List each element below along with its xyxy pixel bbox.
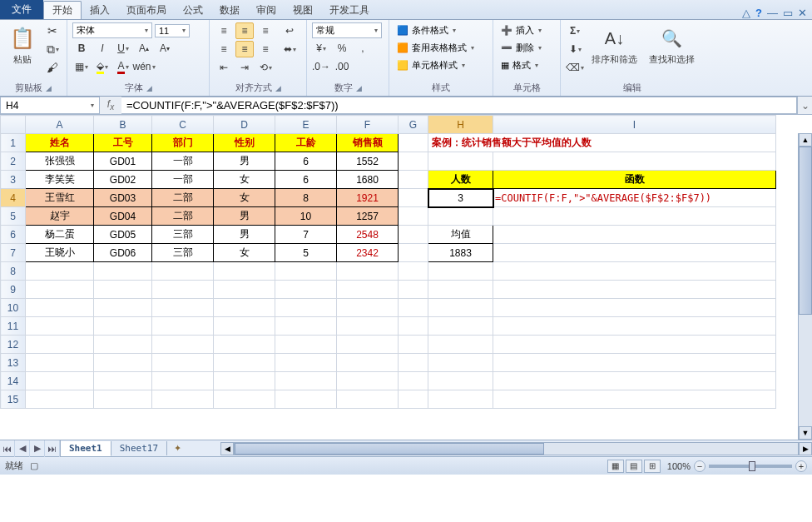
cell[interactable]: 三部 [152, 244, 214, 262]
increase-indent-button[interactable]: ⇥ [235, 59, 254, 76]
cell[interactable] [275, 336, 337, 354]
fx-button[interactable]: fx [103, 98, 118, 112]
window-minimize-icon[interactable]: — [767, 7, 778, 19]
align-top-button[interactable]: ≡ [215, 22, 233, 39]
cell[interactable] [26, 299, 94, 317]
cell[interactable] [94, 299, 152, 317]
cell[interactable] [275, 354, 337, 372]
increase-decimal-button[interactable]: .0→ [312, 58, 330, 75]
cell[interactable]: 性别 [214, 134, 275, 152]
window-restore-icon[interactable]: ▭ [783, 7, 793, 19]
cell[interactable] [428, 317, 493, 336]
cell[interactable]: 函数 [493, 171, 776, 189]
select-all[interactable] [1, 116, 26, 134]
sheet-tab-2[interactable]: Sheet17 [111, 441, 167, 455]
cell[interactable] [275, 372, 337, 390]
cell[interactable] [26, 317, 94, 336]
cell[interactable] [337, 262, 399, 281]
row-header[interactable]: 9 [1, 281, 26, 299]
cell[interactable] [493, 226, 776, 244]
row-header[interactable]: 14 [1, 372, 26, 390]
cell[interactable]: 7 [275, 226, 337, 244]
cell[interactable]: GD01 [94, 152, 152, 171]
cell[interactable] [94, 390, 152, 409]
cell[interactable] [428, 372, 493, 390]
cell[interactable] [275, 299, 337, 317]
decrease-decimal-button[interactable]: .00 [333, 58, 351, 75]
clear-button[interactable]: ⌫▾ [566, 59, 584, 76]
cell[interactable]: 三部 [152, 226, 214, 244]
cell[interactable] [26, 281, 94, 299]
percent-button[interactable]: % [333, 40, 351, 57]
cell[interactable]: 5 [275, 244, 337, 262]
cell[interactable]: 2342 [337, 244, 399, 262]
col-F[interactable]: F [337, 116, 399, 134]
view-layout-icon[interactable]: ▤ [626, 460, 642, 473]
horizontal-scrollbar[interactable]: ◀ ▶ [220, 442, 812, 455]
cell[interactable] [152, 299, 214, 317]
cell[interactable] [399, 244, 428, 262]
cell[interactable]: GD06 [94, 244, 152, 262]
cell[interactable] [152, 262, 214, 281]
help-icon[interactable]: ? [755, 7, 762, 19]
cell[interactable] [493, 281, 776, 299]
cell[interactable] [337, 299, 399, 317]
cell[interactable] [337, 336, 399, 354]
row-header[interactable]: 10 [1, 299, 26, 317]
paste-button[interactable]: 📋 粘贴 [5, 22, 40, 68]
cell-styles-button[interactable]: 🟨单元格样式▾ [394, 57, 488, 73]
sheet-prev-icon[interactable]: ◀ [15, 440, 30, 457]
sheet-tab-1[interactable]: Sheet1 [61, 441, 111, 456]
cell[interactable] [428, 390, 493, 409]
cell[interactable] [214, 262, 275, 281]
cell[interactable] [399, 336, 428, 354]
tab-review[interactable]: 审阅 [248, 1, 285, 19]
cell[interactable]: 杨二蛋 [26, 226, 94, 244]
font-name-dropdown[interactable]: 宋体▾ [72, 22, 152, 38]
cell[interactable]: 王雪红 [26, 189, 94, 207]
cell[interactable] [337, 354, 399, 372]
cell[interactable] [399, 354, 428, 372]
cell[interactable] [214, 354, 275, 372]
cell[interactable]: 8 [275, 189, 337, 207]
scroll-down-icon[interactable]: ▼ [799, 426, 812, 440]
increase-font-button[interactable]: A▴ [135, 40, 153, 57]
cell[interactable] [399, 390, 428, 409]
insert-cells-button[interactable]: ➕插入▾ [498, 22, 555, 38]
cell[interactable] [493, 207, 776, 226]
cell[interactable] [493, 390, 776, 409]
cell[interactable] [428, 299, 493, 317]
row-header[interactable]: 15 [1, 390, 26, 409]
cell[interactable]: 女 [214, 244, 275, 262]
orientation-button[interactable]: ⟲▾ [256, 59, 275, 76]
cell[interactable]: 1552 [337, 152, 399, 171]
cell[interactable]: 1680 [337, 171, 399, 189]
zoom-value[interactable]: 100% [667, 461, 691, 471]
cell[interactable] [399, 299, 428, 317]
cell[interactable]: GD03 [94, 189, 152, 207]
cell[interactable] [94, 317, 152, 336]
cell[interactable] [94, 281, 152, 299]
tab-layout[interactable]: 页面布局 [118, 1, 175, 19]
cell[interactable] [428, 354, 493, 372]
cell[interactable] [152, 336, 214, 354]
tab-insert[interactable]: 插入 [82, 1, 118, 19]
cell[interactable] [152, 390, 214, 409]
zoom-in-button[interactable]: + [795, 460, 807, 472]
cell[interactable]: 张强强 [26, 152, 94, 171]
cell[interactable] [493, 336, 776, 354]
cell[interactable]: 男 [214, 207, 275, 226]
fill-color-button[interactable]: ⬙▾ [93, 58, 111, 75]
row-header[interactable]: 4 [1, 189, 26, 207]
scroll-up-icon[interactable]: ▲ [799, 133, 812, 147]
decrease-font-button[interactable]: A▾ [156, 40, 174, 57]
sheet-first-icon[interactable]: ⏮ [0, 440, 15, 457]
cell[interactable]: 6 [275, 171, 337, 189]
cell[interactable] [152, 281, 214, 299]
view-normal-icon[interactable]: ▦ [607, 460, 624, 473]
table-format-button[interactable]: 🟧套用表格格式▾ [394, 40, 488, 56]
cell[interactable]: GD04 [94, 207, 152, 226]
fill-button[interactable]: ⬇▾ [566, 41, 584, 57]
font-dialog-icon[interactable]: ◢ [146, 84, 152, 92]
cell[interactable]: 1257 [337, 207, 399, 226]
